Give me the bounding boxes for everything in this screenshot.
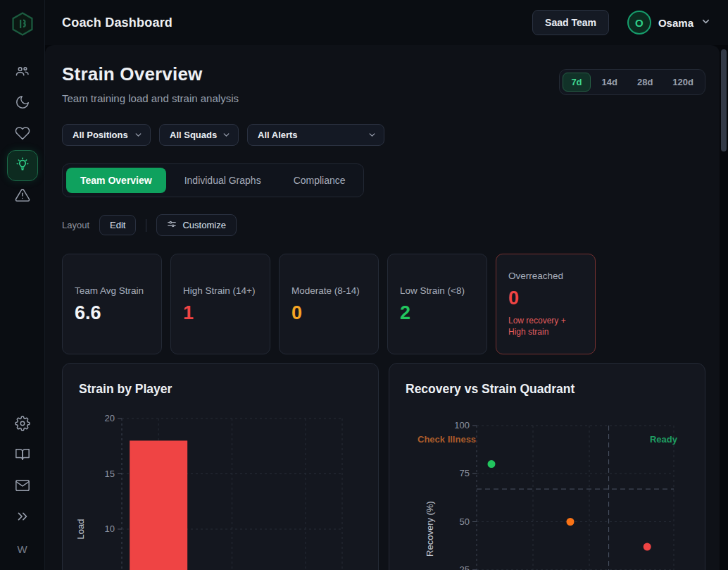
stat-label: High Strain (14+)	[183, 285, 258, 297]
divider	[146, 219, 146, 232]
sidebar-nav	[7, 57, 38, 212]
stat-value: 2	[400, 304, 475, 323]
strain-by-player-card: Strain by Player 101520Load	[62, 363, 379, 570]
stat-label: Team Avg Strain	[75, 285, 149, 297]
stat-card-team-avg-strain: Team Avg Strain6.6	[62, 254, 162, 354]
bar-chart: 101520Load	[63, 364, 379, 570]
range-120d[interactable]: 120d	[664, 73, 702, 92]
filter-positions[interactable]: All Positions	[62, 124, 151, 146]
sidebar-expand-button[interactable]	[7, 502, 38, 533]
page-title: Strain Overview	[62, 63, 239, 85]
stat-card-moderate-8-14: Moderate (8-14)0	[279, 254, 379, 354]
stat-card-low-strain-8: Low Strain (<8)2	[387, 254, 487, 354]
main-content: Strain Overview Team training load and s…	[45, 45, 720, 570]
page-title-block: Strain Overview Team training load and s…	[62, 63, 239, 104]
warning-triangle-icon	[15, 187, 30, 206]
sidebar-item-library[interactable]	[7, 440, 38, 471]
chevrons-right-icon	[15, 509, 30, 527]
chevron-down-icon	[134, 130, 143, 140]
stat-label: Moderate (8-14)	[291, 285, 366, 297]
filter-value: All Alerts	[258, 130, 298, 140]
stat-card-high-strain-14: High Strain (14+)1	[170, 254, 270, 354]
page-header: Strain Overview Team training load and s…	[62, 63, 705, 104]
topbar-right: Saad Team O Osama	[532, 10, 711, 35]
stat-label: Overreached	[508, 271, 583, 283]
lightbulb-icon	[15, 156, 30, 175]
recovery-vs-strain-card: Recovery vs Strain Quadrant 255075100Che…	[389, 363, 705, 570]
sidebar-item-health[interactable]	[7, 119, 38, 150]
tab-compliance[interactable]: Compliance	[280, 168, 360, 193]
chevron-down-icon	[222, 130, 231, 140]
edit-layout-button[interactable]: Edit	[99, 215, 136, 235]
chevron-down-icon	[368, 130, 377, 140]
svg-text:Ready: Ready	[650, 434, 678, 445]
mail-icon	[15, 478, 30, 496]
svg-text:50: 50	[460, 516, 470, 527]
stat-value: 1	[183, 304, 258, 323]
sidebar-item-messages[interactable]	[7, 471, 38, 502]
sidebar-item-settings[interactable]	[7, 409, 38, 440]
sidebar: W	[0, 0, 45, 570]
time-range-group: 7d14d28d120d	[559, 69, 705, 95]
stat-subtext: Low recovery + High strain	[508, 315, 583, 337]
scrollbar-thumb[interactable]	[721, 49, 727, 151]
svg-text:75: 75	[460, 468, 470, 478]
stats-row: Team Avg Strain6.6High Strain (14+)1Mode…	[62, 254, 705, 354]
user-name: Osama	[658, 17, 694, 29]
layout-bar: Layout Edit Customize	[62, 214, 705, 236]
page-subtitle: Team training load and strain analysis	[62, 92, 239, 104]
svg-text:25: 25	[460, 564, 470, 570]
svg-text:10: 10	[105, 523, 115, 534]
book-icon	[15, 447, 30, 465]
filter-alerts[interactable]: All Alerts	[247, 124, 384, 146]
moon-icon	[15, 94, 30, 113]
stat-value: 6.6	[75, 304, 149, 323]
heart-icon	[15, 125, 30, 144]
user-menu[interactable]: O Osama	[627, 11, 711, 35]
sliders-icon	[167, 219, 177, 231]
range-14d[interactable]: 14d	[594, 73, 626, 92]
layout-label: Layout	[62, 220, 89, 230]
svg-text:Load: Load	[75, 519, 86, 540]
range-28d[interactable]: 28d	[629, 73, 661, 92]
tabs-bar: Team OverviewIndividual GraphsCompliance	[62, 163, 364, 197]
filter-squads[interactable]: All Squads	[159, 124, 239, 146]
sidebar-item-insights[interactable]	[7, 150, 38, 181]
watermark-text: W	[17, 533, 27, 564]
stat-value: 0	[508, 289, 583, 308]
sidebar-item-alerts[interactable]	[7, 181, 38, 212]
filters-row: All PositionsAll SquadsAll Alerts	[62, 124, 705, 146]
svg-text:Check Illness: Check Illness	[418, 434, 476, 445]
tab-individual-graphs[interactable]: Individual Graphs	[170, 168, 275, 193]
chevron-down-icon	[701, 16, 711, 30]
users-icon	[14, 63, 30, 82]
customize-label: Customize	[182, 220, 225, 230]
topbar: Coach Dashboard Saad Team O Osama	[45, 0, 728, 45]
customize-button[interactable]: Customize	[156, 214, 236, 236]
stat-value: 0	[291, 304, 366, 323]
svg-text:20: 20	[105, 413, 115, 423]
sidebar-item-team[interactable]	[7, 57, 38, 88]
avatar: O	[627, 11, 651, 35]
charts-row: Strain by Player 101520Load Recovery vs …	[62, 363, 705, 570]
scatter-chart: 255075100Check IllnessReadyRecovery (%)	[389, 364, 705, 570]
team-button[interactable]: Saad Team	[532, 10, 609, 35]
svg-text:100: 100	[454, 420, 470, 430]
filter-value: All Positions	[73, 130, 128, 140]
svg-text:15: 15	[105, 469, 115, 479]
svg-text:Recovery (%): Recovery (%)	[425, 501, 435, 557]
range-7d[interactable]: 7d	[563, 73, 590, 92]
sidebar-item-sleep[interactable]	[7, 88, 38, 119]
gear-icon	[15, 416, 30, 434]
stat-card-overreached: Overreached0Low recovery + High strain	[496, 254, 596, 354]
tab-team-overview[interactable]: Team Overview	[66, 168, 166, 193]
app-logo-icon	[9, 11, 36, 40]
sidebar-bottom: W	[7, 409, 38, 570]
filter-value: All Squads	[170, 130, 217, 140]
app-title: Coach Dashboard	[62, 16, 172, 30]
stat-label: Low Strain (<8)	[400, 285, 475, 297]
